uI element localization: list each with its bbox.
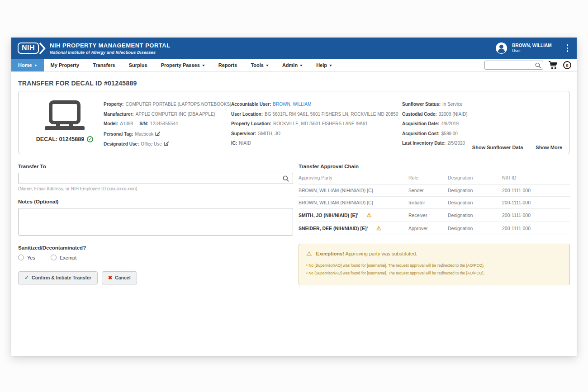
designation: Designation	[448, 209, 502, 222]
col-approving-party: Approving Party	[299, 173, 408, 184]
user-avatar-icon[interactable]	[495, 42, 507, 54]
property-fields-col2: Accountable User:BROWN, WILLIAM User Loc…	[231, 96, 402, 151]
radio-option-yes[interactable]: Yes	[18, 255, 35, 260]
field-custodial-code: Custodial Code:32009 (NIAID)	[402, 111, 562, 117]
field-label: Designated Use:	[104, 142, 139, 146]
approving-party: SMITH, JO (NIH/NIAID) [E]¹	[299, 213, 358, 218]
field-label: Manufacturer:	[104, 112, 134, 117]
field-acquisition-cost: Acquisition Cost:$599.00	[402, 131, 562, 137]
property-summary-card: DECAL: 01245889 ✓ Property:COMPUTER PORT…	[18, 91, 570, 154]
field-accountable-user: Accountable User:BROWN, WILLIAM	[231, 101, 402, 107]
transfer-to-label: Transfer To	[18, 164, 293, 169]
field-label: Property:	[104, 102, 123, 107]
field-value: 4/9/2019	[441, 121, 459, 126]
field-value: APPLE COMPUTER INC (DBA APPLE)	[136, 112, 215, 117]
laptop-icon	[43, 100, 86, 131]
transfer-to-input[interactable]	[18, 173, 293, 184]
show-sunflower-data-link[interactable]: Show Sunflower Data	[472, 145, 523, 150]
radio-option-exempt[interactable]: Exempt	[51, 255, 76, 260]
decal-text: DECAL: 01245889	[36, 136, 84, 142]
nav-item-tools[interactable]: Tools	[244, 59, 275, 71]
search-icon[interactable]	[283, 175, 289, 182]
brand-text: NIH PROPERTY MANAGEMENT PORTAL National …	[50, 42, 171, 55]
cart-count-badge[interactable]: 0	[563, 61, 571, 69]
global-search-input[interactable]	[484, 61, 543, 70]
decal-block: DECAL: 01245889 ✓	[26, 96, 104, 151]
nav-item-my-property[interactable]: My Property	[44, 59, 86, 71]
col-role: Role	[408, 173, 448, 184]
property-fields-col1: Property:COMPUTER PORTABLE (LAPTOPS NOTE…	[104, 96, 231, 151]
exceptions-footnote-2: ² No [Supervisor/AO] was found for [user…	[306, 271, 562, 275]
nav-item-home[interactable]: Home	[11, 59, 44, 71]
role: Iniitiator	[408, 197, 448, 209]
notes-textarea[interactable]	[18, 208, 293, 236]
search-icon[interactable]	[535, 62, 541, 68]
role: Approver	[408, 222, 448, 235]
nav-label: Property Passes	[161, 62, 200, 68]
transfer-section: Transfer To (Name, Email Address, or NIH…	[18, 164, 570, 285]
field-label: S/N:	[139, 121, 148, 126]
check-icon: ✓	[24, 274, 29, 281]
user-info: BROWN, WILLIAM User	[512, 43, 551, 54]
cancel-button[interactable]: ✖ Cancel	[102, 271, 137, 284]
form-actions: ✓ Confirm & Initiate Transfer ✖ Cancel	[18, 271, 293, 284]
col-designation: Designation	[448, 173, 502, 184]
field-value: COMPUTER PORTABLE (LAPTOPS NOTEBOOKS)	[125, 102, 231, 107]
radio-exempt-circle[interactable]	[51, 255, 57, 260]
radio-exempt-label: Exempt	[60, 255, 76, 260]
global-search	[484, 61, 543, 70]
nih-logo: NIH	[18, 42, 46, 55]
app-subtitle: National Institute of Allergy and Infect…	[50, 50, 171, 55]
notes-label: Notes (Optional)	[18, 199, 293, 204]
field-value: NIAID	[239, 141, 251, 146]
nav-label: Home	[18, 62, 32, 68]
approval-row: SMITH, JO (NIH/NIAID) [E]¹⚠ Receiver Des…	[299, 209, 570, 222]
approval-row: BROWN, WILLIAM (NIH/NIAID) [C] Sender De…	[299, 184, 570, 197]
nav-label: My Property	[51, 62, 80, 68]
radio-yes-circle[interactable]	[18, 255, 24, 260]
show-more-link[interactable]: Show More	[536, 145, 562, 150]
warning-icon: ⚠	[306, 250, 312, 257]
nav-item-help[interactable]: Help	[309, 59, 339, 71]
warning-icon[interactable]: ⚠	[376, 225, 381, 231]
kebab-menu-icon[interactable]	[564, 43, 571, 53]
cancel-button-label: Cancel	[115, 275, 130, 280]
approval-row: BROWN, WILLIAM (NIH/NIAID) [C] Iniitiato…	[299, 197, 570, 209]
nav-item-surplus[interactable]: Surplus	[122, 59, 154, 71]
sanitized-radio-group: Yes Exempt	[18, 255, 293, 260]
nav-item-reports[interactable]: Reports	[212, 59, 244, 71]
field-ic: IC:NIAID	[231, 140, 402, 146]
edit-designated-use-icon[interactable]	[164, 141, 169, 146]
approval-chain-section: Transfer Approval Chain Approving Party …	[299, 164, 570, 285]
field-manufacturer: Manufacturer:APPLE COMPUTER INC (DBA APP…	[104, 111, 231, 117]
sanitized-label: Sanitized/Decontaminated?	[18, 245, 293, 250]
nav-item-transfers[interactable]: Transfers	[86, 59, 122, 71]
field-label: Acquisition Date:	[402, 121, 439, 126]
nav-item-admin[interactable]: Admin	[275, 59, 309, 71]
brand-home-link[interactable]: NIH NIH PROPERTY MANAGEMENT PORTAL Natio…	[18, 42, 171, 55]
accountable-user-link[interactable]: BROWN, WILLIAM	[273, 102, 311, 107]
user-area: BROWN, WILLIAM User	[495, 42, 570, 54]
confirm-initiate-transfer-button[interactable]: ✓ Confirm & Initiate Transfer	[18, 271, 98, 284]
chevron-down-icon	[202, 65, 205, 66]
property-fields-col3: Sunflower Status:In Service Custodial Co…	[402, 96, 562, 151]
field-value: BG 5601FL RM 9A61, 5601 FISHERS LN, ROCK…	[265, 112, 398, 117]
field-label: Accountable User:	[231, 102, 271, 107]
transfer-form: Transfer To (Name, Email Address, or NIH…	[18, 164, 293, 285]
cart-icon[interactable]	[548, 61, 558, 70]
field-value: $599.00	[441, 131, 458, 136]
field-label: Acquisition Cost:	[402, 131, 440, 136]
field-label: Supervisor:	[231, 131, 256, 136]
field-personal-tag: Personal Tag:Macbook	[104, 131, 231, 137]
chevron-down-icon	[34, 65, 37, 66]
nih-id: 200-1111-000	[502, 222, 570, 235]
warning-icon[interactable]: ⚠	[366, 212, 371, 218]
nav-item-property-passes[interactable]: Property Passes	[154, 59, 212, 71]
exceptions-title: Exceptions!	[316, 251, 344, 256]
designation: Designation	[448, 184, 502, 197]
edit-personal-tag-icon[interactable]	[155, 131, 161, 136]
field-label: Sunflower Status:	[402, 102, 441, 107]
field-acquisition-date: Acquisition Date:4/9/2019	[402, 121, 562, 127]
decal-line: DECAL: 01245889 ✓	[36, 136, 93, 142]
approving-party: BROWN, WILLIAM (NIH/NIAID) [C]	[299, 188, 373, 193]
